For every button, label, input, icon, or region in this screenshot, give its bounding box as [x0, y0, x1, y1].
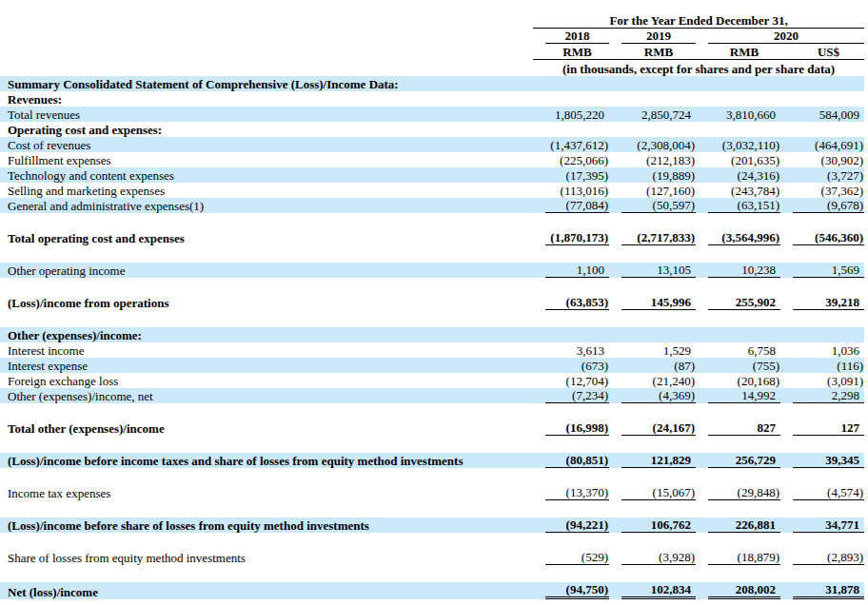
cell-value: 256,729	[708, 453, 780, 468]
cell-value: 106,762	[621, 517, 696, 533]
cell-value: 1,569	[793, 263, 864, 278]
cell-value: 10,238	[708, 263, 780, 278]
currency-label: RMB	[621, 45, 696, 59]
cell-value: 34,771	[793, 517, 864, 533]
value-cell: (1,870,173)	[533, 230, 609, 245]
value-cell	[609, 327, 696, 342]
value-cell: (94,750)	[533, 582, 609, 599]
value-cell: (63,151)	[696, 198, 780, 213]
cell-value: (29,848)	[708, 485, 780, 500]
table-row: Share of losses from equity method inves…	[0, 550, 864, 565]
currency-label: RMB	[545, 45, 609, 59]
value-cell	[780, 122, 864, 137]
cell-value: (15,067)	[621, 485, 696, 500]
row-label: (Loss)/income before income taxes and sh…	[0, 453, 533, 468]
cell-value: 1,805,220	[545, 107, 609, 122]
value-cell: 2,298	[780, 388, 864, 403]
value-cell	[609, 91, 696, 107]
spacer-row	[0, 310, 864, 327]
cell-value: (3,091)	[793, 374, 864, 388]
cell-value: 39,218	[793, 295, 864, 310]
value-cell: (30,902)	[780, 152, 864, 167]
row-label: Revenues:	[0, 91, 533, 107]
row-label: General and administrative expenses(1)	[0, 198, 533, 213]
cell-value: (546,360)	[793, 230, 864, 245]
value-cell: (1,437,612)	[533, 137, 609, 152]
row-label: Cost of revenues	[0, 137, 533, 152]
table-row: Total other (expenses)/income(16,998)(24…	[0, 420, 864, 436]
cell-value: 145,996	[621, 295, 696, 310]
spacer-row	[0, 245, 864, 263]
value-cell	[533, 327, 609, 342]
value-cell	[533, 122, 609, 137]
value-cell	[696, 327, 780, 342]
cell-value: (3,032,110)	[708, 138, 780, 152]
value-cell: (24,167)	[609, 420, 696, 436]
value-cell: 106,762	[609, 517, 696, 533]
table-row: Income tax expenses(13,370)(15,067)(29,8…	[0, 485, 864, 500]
units-note: (in thousands, except for shares and per…	[533, 59, 864, 76]
value-cell: 1,805,220	[533, 107, 609, 122]
value-cell: (17,395)	[533, 167, 609, 183]
value-cell: 208,002	[696, 582, 780, 599]
value-cell: (464,691)	[780, 137, 864, 152]
value-cell	[609, 122, 696, 137]
value-cell: 102,834	[609, 582, 696, 599]
cell-value: (94,750)	[545, 582, 609, 599]
spacer-cell	[0, 500, 864, 517]
cell-value: 6,758	[708, 343, 780, 358]
row-label: Total other (expenses)/income	[0, 420, 533, 436]
cell-value: 584,009	[793, 107, 864, 122]
cell-value: (9,678)	[793, 198, 864, 213]
table-row: Total operating cost and expenses(1,870,…	[0, 230, 864, 245]
value-cell: 6,758	[696, 342, 780, 358]
table-row: Other operating income1,10013,10510,2381…	[0, 263, 864, 278]
cell-value: (19,889)	[621, 168, 696, 183]
value-cell: 13,105	[609, 263, 696, 278]
cell-value: (3,727)	[793, 168, 864, 183]
cell-value: (50,597)	[621, 198, 696, 213]
cell-value: (225,066)	[545, 153, 609, 167]
value-cell: (21,240)	[609, 373, 696, 388]
currency-column-4: US$	[780, 44, 864, 59]
value-cell: (80,851)	[533, 453, 609, 468]
spacer-row	[0, 436, 864, 453]
year-column-2019: 2019	[609, 29, 696, 45]
value-cell: 10,238	[696, 263, 780, 278]
currency-column-3: RMB	[696, 44, 780, 59]
cell-value: 2,850,724	[621, 107, 696, 122]
cell-value: (673)	[545, 359, 609, 373]
row-label: Other (expenses)/income:	[0, 327, 533, 342]
spacer-row	[0, 403, 864, 420]
currency-column-2: RMB	[609, 44, 696, 59]
spacer-row	[0, 278, 864, 295]
cell-value: 1,036	[793, 343, 864, 358]
row-label: Fulfillment expenses	[0, 152, 533, 167]
row-label: Net (loss)/income	[0, 582, 533, 599]
cell-value: (2,308,004)	[621, 138, 696, 152]
value-cell: (201,635)	[696, 152, 780, 167]
row-label: Interest expense	[0, 358, 533, 373]
value-cell: (37,362)	[780, 183, 864, 198]
cell-value: (529)	[545, 550, 609, 565]
cell-value: (24,167)	[621, 420, 696, 436]
value-cell: 1,100	[533, 263, 609, 278]
value-cell: (3,727)	[780, 167, 864, 183]
value-cell: 34,771	[780, 517, 864, 533]
cell-value: 102,834	[621, 582, 696, 599]
year-column-2018: 2018	[533, 29, 609, 45]
cell-value: 827	[708, 420, 780, 436]
value-cell: 145,996	[609, 295, 696, 310]
table-row: Total revenues1,805,2202,850,7243,810,66…	[0, 107, 864, 122]
spacer-cell	[0, 403, 864, 420]
table-row: Net (loss)/income(94,750)102,834208,0023…	[0, 582, 864, 599]
cell-value: (1,437,612)	[545, 138, 609, 152]
cell-value: (21,240)	[621, 374, 696, 388]
row-label: Share of losses from equity method inves…	[0, 550, 533, 565]
value-cell: (12,704)	[533, 373, 609, 388]
row-label: Total operating cost and expenses	[0, 230, 533, 245]
table-row: Other (expenses)/income, net(7,234)(4,36…	[0, 388, 864, 403]
row-label: Total revenues	[0, 107, 533, 122]
row-label: Other operating income	[0, 263, 533, 278]
year-header-row: 2018 2019 2020	[0, 29, 864, 45]
